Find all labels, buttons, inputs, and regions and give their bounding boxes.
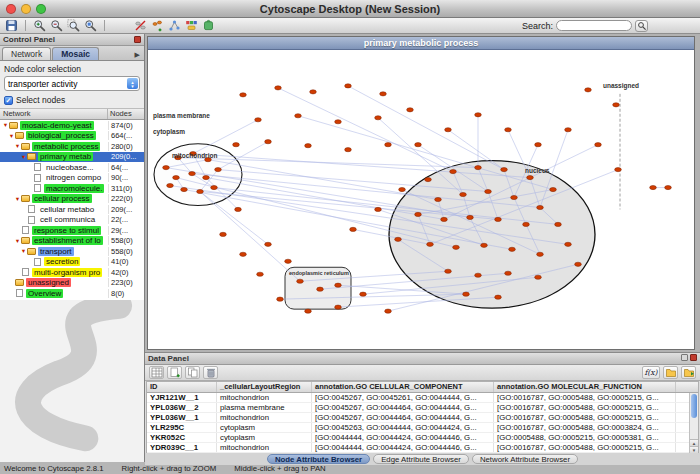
network-node[interactable]: [481, 243, 488, 247]
network-node[interactable]: [495, 295, 502, 299]
scroll-down-icon[interactable]: ▼: [690, 446, 698, 453]
network-node[interactable]: [467, 215, 474, 219]
network-node[interactable]: [285, 259, 292, 263]
network-node[interactable]: [415, 212, 422, 216]
network-node[interactable]: [445, 269, 452, 273]
zoom-in-icon[interactable]: [32, 19, 47, 32]
network-node[interactable]: [565, 128, 572, 132]
network-node[interactable]: [527, 175, 534, 179]
network-node[interactable]: [475, 166, 482, 170]
network-node[interactable]: [257, 272, 264, 276]
search-input[interactable]: [556, 20, 632, 31]
network-node[interactable]: [425, 177, 432, 181]
network-node[interactable]: [523, 222, 530, 226]
network-node[interactable]: [167, 183, 174, 187]
plugin-manager-icon[interactable]: [201, 19, 216, 32]
network-node[interactable]: [565, 242, 572, 246]
network-node[interactable]: [310, 90, 317, 94]
tree-item-multi-organism-pro[interactable]: multi-organism pro42(0): [0, 267, 144, 278]
tab-overflow-arrow-icon[interactable]: [133, 51, 142, 60]
expand-triangle-icon[interactable]: ▼: [8, 133, 15, 139]
network-node[interactable]: [385, 143, 392, 147]
network-node[interactable]: [181, 187, 188, 191]
network-node[interactable]: [380, 92, 387, 96]
delete-attribute-icon[interactable]: [203, 366, 218, 379]
network-node[interactable]: [475, 273, 482, 277]
network-node[interactable]: [375, 116, 382, 120]
network-node[interactable]: [211, 185, 218, 189]
network-node[interactable]: [220, 232, 227, 236]
import-attributes-icon[interactable]: [663, 366, 678, 379]
network-node[interactable]: [345, 84, 352, 88]
network-node[interactable]: [295, 114, 302, 118]
column-header-annotation-go-molecular-function[interactable]: annotation.GO MOLECULAR_FUNCTION: [494, 382, 676, 392]
tree-column-nodes[interactable]: Nodes: [108, 109, 144, 119]
network-node[interactable]: [203, 175, 210, 179]
expand-triangle-icon[interactable]: ▼: [20, 248, 27, 254]
window-close-button[interactable]: [6, 4, 16, 14]
tree-item-nitrogen-compo[interactable]: nitrogen compo90(...: [0, 173, 144, 184]
scrollbar-thumb[interactable]: [691, 394, 697, 418]
expand-triangle-icon[interactable]: ▼: [20, 154, 27, 160]
network-node[interactable]: [173, 175, 180, 179]
node-color-dropdown[interactable]: transporter activity: [4, 76, 140, 91]
copy-attribute-icon[interactable]: [185, 366, 200, 379]
network-node[interactable]: [463, 292, 470, 296]
network-node[interactable]: [275, 86, 282, 90]
tree-item-macromolecule[interactable]: macromolecule.311(0): [0, 183, 144, 194]
network-node[interactable]: [427, 242, 434, 246]
network-view-title[interactable]: primary metabolic process: [148, 37, 694, 50]
tree-item-establishment-of-lo[interactable]: ▼establishment of lo558(0): [0, 236, 144, 247]
expand-triangle-icon[interactable]: ▼: [14, 196, 21, 202]
column-header-id[interactable]: ID: [147, 382, 217, 392]
network-node[interactable]: [277, 297, 284, 301]
expand-triangle-icon[interactable]: ▼: [2, 122, 9, 128]
function-builder-button[interactable]: f(x): [642, 366, 660, 379]
network-node[interactable]: [613, 103, 620, 107]
network-node[interactable]: [495, 217, 502, 221]
network-node[interactable]: [360, 292, 367, 296]
expand-triangle-icon[interactable]: ▼: [14, 238, 21, 244]
scroll-up-icon[interactable]: ▲: [690, 439, 698, 446]
region-nucleus[interactable]: [389, 161, 595, 309]
network-node[interactable]: [305, 144, 312, 148]
network-node[interactable]: [441, 217, 448, 221]
tree-item-secretion[interactable]: secretion41(0): [0, 257, 144, 268]
network-node[interactable]: [385, 309, 392, 313]
apply-layout-icon[interactable]: [167, 19, 182, 32]
tab-edge-attribute-browser[interactable]: Edge Attribute Browser: [373, 454, 469, 464]
tree-item-mosaic-demo-yeast[interactable]: ▼mosaic-demo-yeast874(0): [0, 120, 144, 131]
search-go-button[interactable]: [635, 20, 648, 32]
table-row-ypl036w-2[interactable]: YPL036W__2plasma membrane[GO:0045267, GO…: [147, 403, 698, 413]
tree-column-network[interactable]: Network: [0, 109, 108, 119]
data-panel-close-icon[interactable]: [690, 354, 697, 361]
network-node[interactable]: [445, 128, 452, 132]
network-node[interactable]: [317, 287, 324, 291]
network-node[interactable]: [395, 237, 402, 241]
network-node[interactable]: [240, 93, 247, 97]
table-scrollbar[interactable]: ▲ ▼: [689, 393, 698, 453]
tree-item-nucleobase[interactable]: nucleobase...64(...: [0, 162, 144, 173]
network-node[interactable]: [509, 247, 516, 251]
network-node[interactable]: [650, 185, 657, 189]
network-node[interactable]: [615, 168, 622, 172]
window-minimize-button[interactable]: [21, 4, 31, 14]
data-panel-float-icon[interactable]: [681, 354, 688, 361]
tab-network-attribute-browser[interactable]: Network Attribute Browser: [472, 454, 578, 464]
network-node[interactable]: [345, 148, 352, 152]
network-node[interactable]: [535, 143, 542, 147]
network-node[interactable]: [555, 222, 562, 226]
tab-network[interactable]: Network: [2, 47, 51, 60]
create-attribute-icon[interactable]: [167, 366, 182, 379]
network-node[interactable]: [585, 88, 592, 92]
tree-item-cellular-metabo[interactable]: cellular metabo209(...: [0, 204, 144, 215]
network-node[interactable]: [505, 128, 512, 132]
network-node[interactable]: [450, 170, 457, 174]
column-header-annotation-go-cellular-component[interactable]: annotation.GO CELLULAR_COMPONENT: [312, 382, 494, 392]
network-node[interactable]: [233, 143, 240, 147]
network-node[interactable]: [435, 197, 442, 201]
tree-item-biological-process[interactable]: ▼biological_process664(...: [0, 131, 144, 142]
network-node[interactable]: [255, 118, 262, 122]
network-node[interactable]: [215, 168, 222, 172]
network-node[interactable]: [197, 189, 204, 193]
